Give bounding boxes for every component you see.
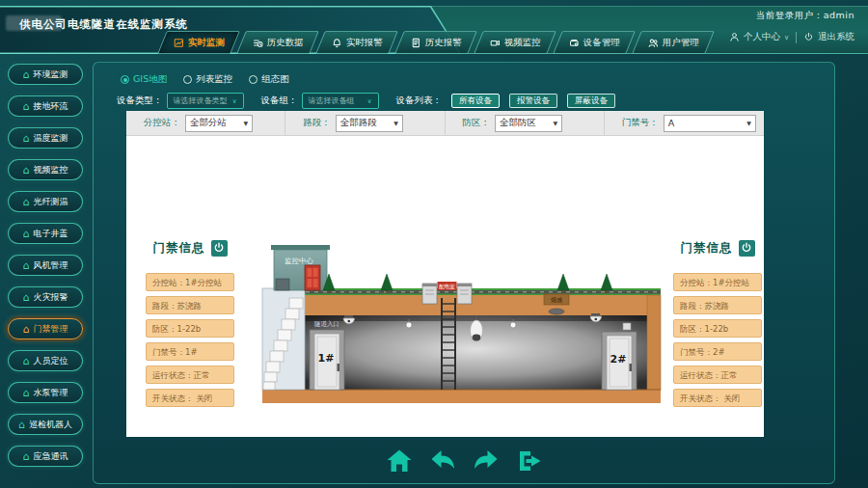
device-group-value: 请选择设备组 [309,95,355,106]
radio-list-monitor[interactable]: 列表监控 [183,73,232,86]
dome-camera-right [590,313,602,322]
sidebar-item-grounding-current[interactable]: ⌂接地环流 [8,95,83,117]
caret-down-icon: ▼ [746,120,751,126]
device-group-select[interactable]: 请选择设备组∨ [302,93,379,109]
tab-history-data[interactable]: 历史数据 [236,31,319,54]
door-number-select[interactable]: A▼ [664,115,756,132]
tunnel-end-wall [647,295,661,391]
sidebar-item-video-surveillance[interactable]: ⌂视频监控 [8,159,83,180]
tab-label: 视频监控 [504,37,541,49]
logout-label: 退出系统 [818,31,854,43]
filter-substation: 分控站： 全部分站▼ [126,111,285,135]
defense-zone-value: 全部防区 [500,117,536,129]
sidebar-item-fiber-temperature[interactable]: ⌂光纤测温 [8,191,83,212]
back-button[interactable] [428,447,457,475]
sidebar-item-inspection-robot[interactable]: ⌂巡检机器人 [8,414,83,435]
chevron-down-icon: ∨ [784,34,789,41]
main-content-panel: GIS地图 列表监控 组态图 设备类型： 请选择设备类型∨ 设备组： 请选择设备… [93,62,835,484]
sidebar-item-water-pump[interactable]: ⌂水泵管理 [8,382,83,403]
tree [601,274,612,293]
tab-video-surveillance[interactable]: 视频监控 [474,31,556,54]
substation-select[interactable]: 全部分站▼ [185,115,253,132]
sidebar-item-label: 火灾报警 [33,291,68,304]
shielded-devices-button[interactable]: 屏蔽设备 [567,94,615,108]
logout-link[interactable]: 退出系统 [803,31,854,43]
sidebar-item-electronic-manhole[interactable]: ⌂电子井盖 [8,223,83,244]
all-devices-button[interactable]: 所有设备 [451,94,500,108]
access-door-2[interactable]: 2# [602,323,637,390]
power-icon [741,242,752,254]
access-door-1[interactable]: 1# [310,330,344,390]
access-row-switch-status: 开关状态： 关闭 [146,389,234,407]
home-icon [385,447,414,475]
access-info-title: 门禁信息 [681,240,733,257]
control-center-building: 监控中心 [271,245,330,290]
filter-label: 防区： [463,117,491,129]
home-icon: ⌂ [23,356,30,366]
tab-device-management[interactable]: 设备管理 [553,31,636,54]
tab-realtime-alarm[interactable]: 实时报警 [315,31,398,54]
forward-button[interactable] [472,447,501,475]
tab-label: 设备管理 [583,37,620,49]
sidebar-item-label: 电子井盖 [33,228,68,240]
sidebar-item-label: 环境监测 [33,68,68,81]
filter-label: 路段： [303,117,331,129]
sidebar-item-fire-alarm[interactable]: ⌂火灾报警 [8,286,83,308]
sidebar-item-temperature-monitoring[interactable]: ⌂温度监测 [8,127,83,149]
access-info-title: 门禁信息 [153,240,205,257]
door1-label: 1# [318,352,335,365]
sidebar-item-label: 应急通讯 [33,450,68,463]
redo-arrow-icon [472,447,501,475]
exit-button[interactable] [515,447,544,475]
view-mode-switch: GIS地图 列表监控 组态图 [121,73,289,86]
current-user-label: 当前登录用户：admin [729,10,854,22]
person-icon [729,32,740,42]
sidebar-item-label: 温度监测 [33,132,68,145]
tab-user-management[interactable]: 用户管理 [632,31,715,54]
chevron-down-icon: ∨ [367,97,372,105]
access-row-switch-status: 开关状态： 关闭 [673,389,762,407]
sidebar-item-personnel-positioning[interactable]: ⌂人员定位 [8,350,83,371]
home-icon: ⌂ [23,451,30,462]
defense-zone-select[interactable]: 全部防区▼ [495,115,562,132]
profile-center-link[interactable]: 个人中心 ∨ [729,31,789,43]
sidebar-item-label: 风机管理 [33,259,68,272]
home-icon: ⌂ [23,69,30,80]
road-section-select[interactable]: 全部路段▼ [336,115,403,132]
home-icon: ⌂ [23,133,30,144]
tunnel-entrance-label: 隧道入口 [314,320,339,328]
profile-center-label: 个人中心 [744,31,780,43]
sidebar-item-label: 接地环流 [33,100,68,113]
tab-realtime-monitoring[interactable]: 实时监测 [157,31,240,54]
main-nav-tabs: 实时监测 历史数据 实时报警 历史报警 视频监控 [162,31,710,54]
sidebar-item-environment-monitoring[interactable]: ⌂环境监测 [8,64,83,85]
filter-label: 门禁号： [622,117,659,129]
door-power-button[interactable] [739,240,755,257]
radio-label: GIS地图 [133,73,167,86]
sidebar-item-fan-management[interactable]: ⌂风机管理 [8,255,83,276]
undo-arrow-icon [428,447,457,475]
access-row-zone: 防区：1-22b [146,319,234,338]
radio-gis-map[interactable]: GIS地图 [121,73,167,86]
device-list-label: 设备列表： [396,95,443,107]
tab-history-alarm[interactable]: 历史报警 [394,31,477,54]
home-button[interactable] [385,447,414,475]
access-row-door-number: 门禁号：2# [673,342,762,361]
video-monitor-icon [490,38,501,48]
device-type-select[interactable]: 请选择设备类型∨ [167,93,244,109]
sidebar-item-access-control[interactable]: ⌂门禁管理 [8,318,83,339]
power-icon [213,242,225,254]
radio-label: 列表监控 [196,73,232,86]
access-row-run-status: 运行状态：正常 [146,366,234,384]
alarm-devices-button[interactable]: 报警设备 [509,94,557,108]
door-power-button[interactable] [211,240,228,257]
access-row-road: 路段：苏浇路 [146,296,234,314]
sidebar-item-label: 巡检机器人 [29,419,72,431]
home-icon: ⌂ [23,324,30,335]
radio-icon [183,75,192,84]
sidebar-item-emergency-communication[interactable]: ⌂应急通讯 [8,446,83,467]
radio-schematic-view[interactable]: 组态图 [249,73,289,86]
caret-down-icon: ▼ [243,120,248,126]
tab-label: 历史数据 [267,37,304,49]
home-icon: ⌂ [23,388,30,398]
